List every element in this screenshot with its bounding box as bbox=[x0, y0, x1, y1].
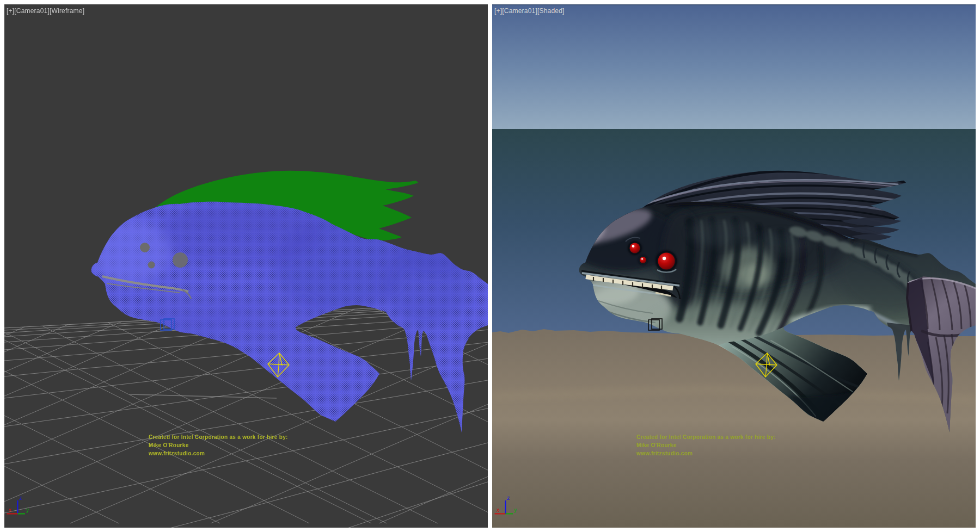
svg-text:y: y bbox=[514, 506, 517, 513]
svg-text:www.fritzstudio.com: www.fritzstudio.com bbox=[636, 450, 693, 456]
svg-text:z: z bbox=[19, 494, 22, 501]
svg-text:z: z bbox=[507, 494, 510, 501]
svg-text:x: x bbox=[9, 506, 12, 513]
svg-text:x: x bbox=[497, 506, 500, 513]
svg-text:Mike O'Rourke: Mike O'Rourke bbox=[636, 442, 677, 448]
svg-text:y: y bbox=[26, 506, 29, 513]
svg-text:Created for Intel Corporation: Created for Intel Corporation as a work … bbox=[149, 434, 288, 440]
svg-text:Created for Intel Corporation: Created for Intel Corporation as a work … bbox=[636, 434, 776, 440]
svg-text:[+][Camera01][Wireframe]: [+][Camera01][Wireframe] bbox=[7, 7, 84, 15]
svg-text:www.fritzstudio.com: www.fritzstudio.com bbox=[148, 450, 205, 456]
svg-text:Mike O'Rourke: Mike O'Rourke bbox=[149, 442, 189, 448]
svg-text:[+][Camera01][Shaded]: [+][Camera01][Shaded] bbox=[494, 7, 565, 15]
